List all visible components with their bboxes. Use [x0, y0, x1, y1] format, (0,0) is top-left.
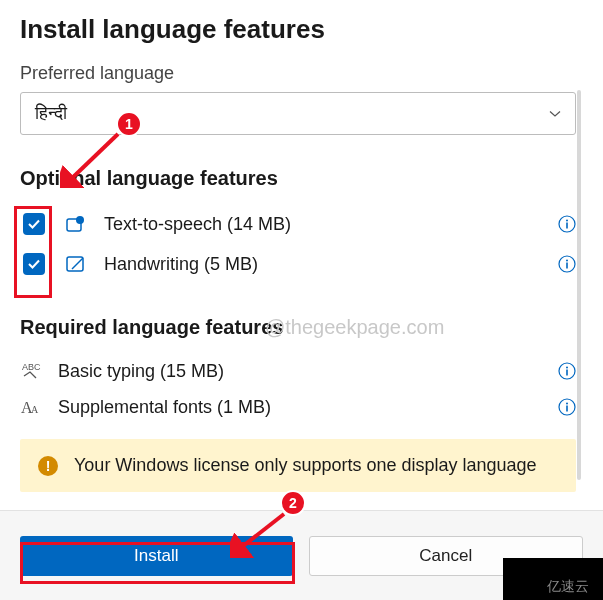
svg-rect-12 — [566, 370, 568, 376]
feature-text-to-speech: Text-to-speech (14 MB) — [20, 204, 576, 244]
svg-text:A: A — [31, 404, 39, 415]
required-features-header: Required language features — [20, 316, 583, 339]
info-icon[interactable] — [558, 215, 576, 233]
install-button[interactable]: Install — [20, 536, 293, 576]
svg-rect-8 — [566, 263, 568, 269]
page-title: Install language features — [20, 14, 583, 45]
basic-typing-label: Basic typing (15 MB) — [58, 361, 576, 382]
scrollbar[interactable] — [577, 90, 581, 480]
feature-supplemental-fonts: AA Supplemental fonts (1 MB) — [20, 389, 576, 425]
info-icon[interactable] — [558, 255, 576, 273]
dropdown-value: हिन्दी — [35, 103, 67, 124]
corner-logo — [503, 558, 603, 600]
svg-point-1 — [76, 216, 84, 224]
optional-features-header: Optional language features — [20, 167, 583, 190]
warning-icon: ! — [38, 456, 58, 476]
banner-text: Your Windows license only supports one d… — [74, 455, 537, 476]
svg-point-7 — [566, 260, 568, 262]
svg-rect-17 — [566, 406, 568, 412]
handwriting-checkbox[interactable] — [23, 253, 45, 275]
dialog-body: Install language features Preferred lang… — [0, 0, 603, 510]
svg-rect-4 — [566, 223, 568, 229]
preferred-language-label: Preferred language — [20, 63, 583, 84]
svg-point-11 — [566, 367, 568, 369]
handwriting-label: Handwriting (5 MB) — [104, 254, 576, 275]
license-warning-banner: ! Your Windows license only supports one… — [20, 439, 576, 492]
fonts-icon: AA — [20, 395, 44, 419]
feature-basic-typing: ABC Basic typing (15 MB) — [20, 353, 576, 389]
svg-text:ABC: ABC — [22, 362, 41, 372]
feature-handwriting: Handwriting (5 MB) — [20, 244, 576, 284]
check-icon — [27, 217, 41, 231]
svg-point-3 — [566, 220, 568, 222]
info-icon[interactable] — [558, 362, 576, 380]
info-icon[interactable] — [558, 398, 576, 416]
tts-label: Text-to-speech (14 MB) — [104, 214, 576, 235]
chevron-down-icon — [549, 108, 561, 120]
handwriting-icon — [64, 252, 88, 276]
speech-icon — [64, 212, 88, 236]
typing-icon: ABC — [20, 359, 44, 383]
supplemental-fonts-label: Supplemental fonts (1 MB) — [58, 397, 576, 418]
tts-checkbox[interactable] — [23, 213, 45, 235]
svg-point-16 — [566, 403, 568, 405]
svg-rect-5 — [67, 257, 83, 271]
check-icon — [27, 257, 41, 271]
preferred-language-dropdown[interactable]: हिन्दी — [20, 92, 576, 135]
